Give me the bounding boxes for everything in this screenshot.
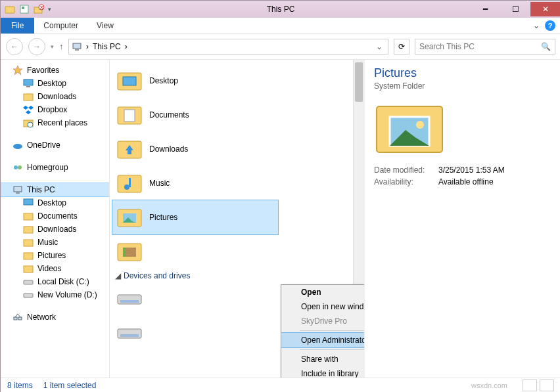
- folder-music[interactable]: Music: [112, 166, 278, 200]
- nav-item-downloads[interactable]: Downloads: [1, 90, 109, 103]
- help-button[interactable]: ?: [545, 20, 555, 31]
- network-icon: [12, 312, 23, 322]
- nav-pc-music[interactable]: Music: [1, 236, 109, 249]
- up-button[interactable]: ↑: [59, 42, 63, 51]
- nav-pc-pictures[interactable]: Pictures: [1, 249, 109, 262]
- folder-icon: [23, 250, 34, 261]
- nav-item-recent[interactable]: Recent places: [1, 116, 109, 129]
- folder-icon: [23, 91, 34, 102]
- minimize-button[interactable]: ━: [470, 2, 500, 16]
- search-input[interactable]: Search This PC 🔍: [415, 39, 555, 54]
- svg-text:✕: ✕: [39, 5, 44, 11]
- svg-rect-25: [24, 240, 33, 246]
- nav-item-desktop[interactable]: Desktop: [1, 77, 109, 90]
- status-bar: 8 items 1 item selected wsxdn.com: [1, 378, 560, 392]
- svg-point-17: [13, 144, 22, 149]
- status-selected: 1 item selected: [43, 381, 97, 390]
- svg-point-19: [18, 165, 22, 169]
- meta-date-value: 3/25/2015 1:53 AM: [438, 165, 551, 175]
- meta-date-label: Date modified:: [374, 165, 433, 175]
- svg-marker-14: [26, 110, 31, 114]
- folder-documents[interactable]: Documents: [112, 98, 278, 132]
- collapse-icon[interactable]: ◢: [115, 271, 121, 280]
- refresh-button[interactable]: ⟳: [394, 39, 409, 54]
- nav-pc-localdisk[interactable]: Local Disk (C:): [1, 275, 109, 288]
- navigation-pane: Favorites Desktop Downloads Dropbox Rece…: [1, 60, 110, 378]
- drive-newvol[interactable]: [112, 316, 278, 350]
- titlebar[interactable]: ✕ ▾ This PC ━ ☐ ✕: [1, 1, 560, 18]
- svg-marker-12: [23, 106, 28, 110]
- address-input[interactable]: › This PC › ⌄: [68, 39, 388, 54]
- nav-pc-videos[interactable]: Videos: [1, 262, 109, 275]
- folder-videos[interactable]: [112, 234, 278, 269]
- ribbon-toggle-icon[interactable]: ⌄: [533, 21, 540, 30]
- svg-rect-26: [24, 253, 33, 259]
- recent-locations-icon[interactable]: ▾: [51, 43, 54, 50]
- nav-favorites[interactable]: Favorites: [1, 64, 109, 77]
- svg-rect-31: [18, 317, 22, 320]
- view-icons-button[interactable]: [540, 380, 554, 391]
- folder-desktop[interactable]: Desktop: [112, 64, 278, 98]
- svg-rect-49: [123, 248, 126, 257]
- properties-icon[interactable]: [19, 4, 30, 14]
- forward-button[interactable]: →: [28, 38, 45, 55]
- separator: [300, 349, 365, 350]
- svg-point-59: [416, 121, 424, 129]
- folder-pictures[interactable]: Pictures: [112, 200, 278, 234]
- item-list[interactable]: Desktop Documents Downloads Music Pictur…: [110, 60, 365, 378]
- ctx-share-with[interactable]: Share with▶: [281, 352, 365, 366]
- ctx-include-library[interactable]: Include in library▶: [281, 366, 365, 378]
- computer-tab[interactable]: Computer: [34, 18, 87, 33]
- drive-icon: [116, 286, 143, 312]
- desktop-folder-icon: [116, 68, 143, 94]
- address-bar: ← → ▾ ↑ › This PC › ⌄ ⟳ Search This PC 🔍: [1, 34, 560, 60]
- scrollbar-thumb[interactable]: [355, 62, 363, 102]
- ctx-open-new-window[interactable]: Open in new window: [281, 299, 365, 314]
- preview-thumbnail-icon: [374, 97, 446, 156]
- svg-rect-30: [14, 317, 17, 320]
- nav-pc-downloads[interactable]: Downloads: [1, 223, 109, 236]
- nav-network[interactable]: Network: [1, 311, 109, 324]
- back-button[interactable]: ←: [6, 38, 23, 55]
- cloud-icon: [12, 140, 23, 150]
- folder-icon: [23, 211, 34, 221]
- ctx-skydrive-pro[interactable]: SkyDrive Pro▶: [281, 314, 365, 328]
- nav-homegroup[interactable]: Homegroup: [1, 161, 109, 174]
- nav-pc-desktop[interactable]: Desktop: [1, 196, 109, 209]
- drive-icon: [23, 290, 34, 300]
- nav-pc-documents[interactable]: Documents: [1, 209, 109, 223]
- svg-rect-53: [120, 334, 139, 337]
- nav-thispc[interactable]: This PC: [1, 183, 109, 196]
- view-details-button[interactable]: [523, 380, 537, 391]
- qat-dropdown-icon[interactable]: ▾: [48, 6, 51, 12]
- view-tab[interactable]: View: [87, 18, 123, 33]
- ctx-open[interactable]: Open: [281, 285, 365, 299]
- svg-rect-22: [24, 199, 33, 205]
- file-tab[interactable]: File: [1, 18, 34, 33]
- svg-rect-9: [24, 79, 33, 85]
- ribbon-tabs: File Computer View ⌄ ?: [1, 18, 560, 34]
- details-pane: Pictures System Folder Date modified: 3/…: [365, 60, 560, 378]
- svg-marker-13: [28, 106, 34, 110]
- nav-item-dropbox[interactable]: Dropbox: [1, 103, 109, 116]
- separator: [300, 330, 365, 331]
- address-history-icon[interactable]: ⌄: [373, 42, 385, 51]
- devices-section[interactable]: ◢Devices and drives: [112, 269, 275, 282]
- ctx-admin-cmd-here[interactable]: Open Administrator Command Prompt Here: [281, 333, 365, 347]
- svg-point-42: [124, 185, 129, 190]
- svg-rect-21: [16, 192, 20, 194]
- pictures-folder-icon: [116, 204, 143, 230]
- nav-onedrive[interactable]: OneDrive: [1, 139, 109, 152]
- maximize-button[interactable]: ☐: [500, 2, 530, 16]
- folder-icon: [23, 263, 34, 274]
- new-folder-icon[interactable]: ✕: [34, 4, 44, 14]
- thispc-icon: [12, 185, 23, 195]
- status-item-count: 8 items: [7, 381, 33, 390]
- drive-local[interactable]: [112, 282, 278, 316]
- nav-pc-newvolume[interactable]: New Volume (D:): [1, 288, 109, 301]
- search-placeholder: Search This PC: [419, 42, 475, 51]
- downloads-folder-icon: [116, 136, 143, 162]
- svg-rect-40: [128, 150, 131, 154]
- close-button[interactable]: ✕: [530, 2, 560, 16]
- folder-downloads[interactable]: Downloads: [112, 132, 278, 166]
